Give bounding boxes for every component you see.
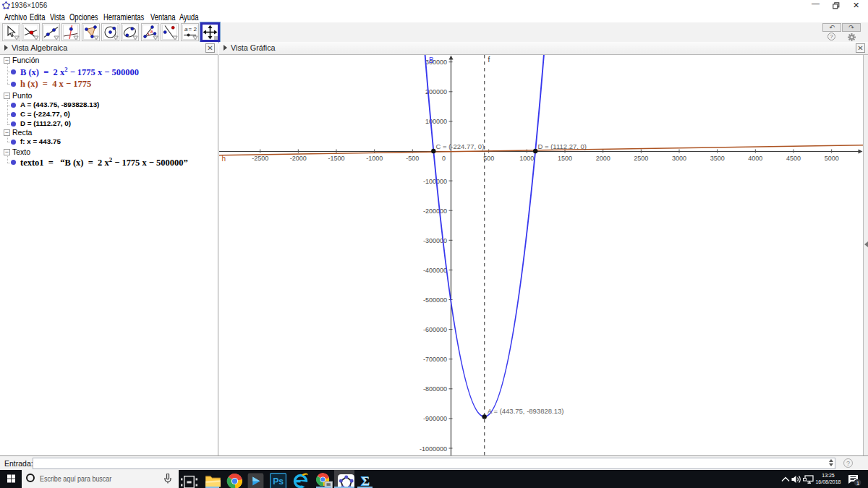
- svg-text:-200000: -200000: [423, 207, 447, 215]
- svg-text:D = (1112.27, 0): D = (1112.27, 0): [538, 142, 587, 150]
- svg-text:5000: 5000: [825, 155, 839, 162]
- svg-text:100000: 100000: [425, 118, 447, 125]
- svg-text:-2000: -2000: [290, 155, 307, 162]
- svg-text:4500: 4500: [786, 155, 801, 162]
- svg-text:-500: -500: [406, 155, 419, 162]
- svg-text:B: B: [429, 56, 434, 64]
- svg-text:3500: 3500: [710, 155, 725, 162]
- svg-text:500: 500: [483, 155, 494, 162]
- svg-text:a: a: [184, 26, 188, 33]
- svg-text:-600000: -600000: [423, 326, 447, 333]
- svg-text:-2500: -2500: [252, 155, 268, 162]
- svg-text:-900000: -900000: [423, 415, 447, 422]
- svg-text:2000: 2000: [596, 155, 610, 162]
- svg-text:0: 0: [442, 155, 446, 162]
- svg-text:-1000000: -1000000: [420, 445, 447, 453]
- svg-text:1: 1: [856, 480, 859, 487]
- svg-text:f: f: [488, 56, 490, 64]
- svg-text:h: h: [222, 155, 226, 163]
- svg-text:A = (443.75, -893828.13): A = (443.75, -893828.13): [488, 407, 563, 415]
- svg-text:2500: 2500: [634, 155, 648, 162]
- svg-text:1500: 1500: [558, 155, 572, 162]
- svg-text:4000: 4000: [748, 155, 762, 162]
- svg-text:-700000: -700000: [423, 356, 447, 363]
- svg-text:3000: 3000: [672, 155, 686, 162]
- svg-text:-100000: -100000: [423, 178, 447, 185]
- svg-text:-1500: -1500: [328, 155, 344, 162]
- svg-text:= 2: = 2: [189, 26, 197, 33]
- svg-text:-1000: -1000: [366, 155, 383, 162]
- svg-text:-500000: -500000: [423, 296, 447, 304]
- svg-text:a: a: [150, 29, 153, 34]
- svg-text:-800000: -800000: [423, 385, 447, 393]
- svg-text:Σ: Σ: [362, 474, 370, 488]
- svg-text:-400000: -400000: [423, 267, 447, 274]
- svg-text:1000: 1000: [519, 155, 534, 162]
- svg-text:Ps: Ps: [273, 476, 284, 487]
- svg-text:C = (-224.77, 0): C = (-224.77, 0): [436, 142, 485, 150]
